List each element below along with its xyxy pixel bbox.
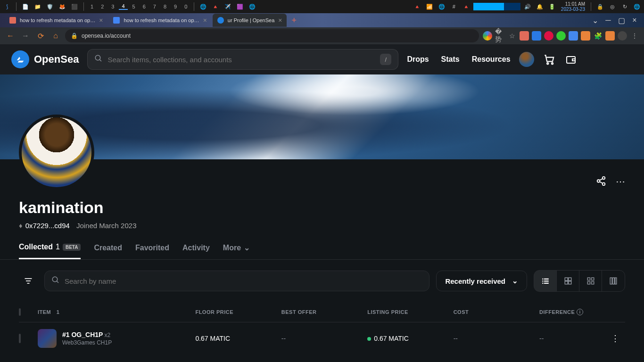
ext-icon[interactable]	[581, 31, 590, 41]
tab-collected[interactable]: Collected 1 BETA	[19, 243, 81, 259]
row-checkbox[interactable]	[19, 334, 21, 343]
profile-icon[interactable]	[618, 31, 627, 41]
view-grid-small-icon[interactable]	[579, 271, 602, 291]
close-icon[interactable]: ×	[278, 16, 282, 24]
battery-icon[interactable]: 🔋	[547, 1, 557, 12]
workspace-3[interactable]: 3	[108, 4, 117, 9]
workspace-9[interactable]: 9	[171, 4, 180, 9]
new-tab-button[interactable]: +	[291, 16, 297, 25]
app-icon[interactable]: 📄	[20, 1, 31, 12]
chrome-icon[interactable]: 🌐	[198, 1, 208, 12]
workspace-6[interactable]: 6	[140, 4, 149, 9]
tab-created[interactable]: Created	[94, 243, 122, 259]
name-search[interactable]	[44, 271, 429, 291]
ext-icon[interactable]	[569, 31, 578, 41]
filter-button[interactable]	[19, 271, 38, 291]
row-menu-button[interactable]: ⋮	[611, 334, 619, 343]
sort-dropdown[interactable]: Recently received ⌄	[436, 271, 527, 291]
view-grid-large-icon[interactable]	[557, 271, 579, 291]
telegram-icon[interactable]: ✈️	[223, 1, 233, 12]
cart-icon[interactable]	[543, 53, 556, 66]
tab-activity[interactable]: Activity	[182, 243, 210, 259]
item-thumbnail[interactable]	[38, 329, 57, 348]
name-search-input[interactable]	[65, 277, 422, 285]
os-menu-icon[interactable]: ⟆	[2, 1, 12, 12]
vlc-icon[interactable]: 🔺	[412, 1, 422, 12]
slack-icon[interactable]: #	[449, 1, 459, 12]
chrome-icon[interactable]: 🌐	[632, 1, 642, 12]
tabs-dropdown-icon[interactable]: ⌄	[590, 16, 600, 25]
workspace-4[interactable]: 4	[119, 3, 127, 10]
tab-more[interactable]: More ⌄	[223, 243, 250, 259]
chrome-icon[interactable]: 🌐	[247, 1, 257, 12]
reload-button[interactable]: ⟳	[35, 30, 46, 41]
nav-stats[interactable]: Stats	[441, 55, 460, 64]
app-icon[interactable]: 🟪	[235, 1, 245, 12]
select-all-checkbox[interactable]	[19, 308, 21, 316]
share-button[interactable]	[596, 176, 606, 189]
ext-icon[interactable]	[544, 31, 553, 41]
table-row[interactable]: #1 OG_CH1Px2 Web3Games CH1P 0.67 MATIC -…	[19, 322, 625, 354]
view-columns-icon[interactable]	[602, 271, 625, 291]
browser-tab-active[interactable]: ur Profile | OpenSea ×	[213, 14, 287, 27]
wifi-icon[interactable]: 📶	[424, 1, 435, 12]
profile-avatar[interactable]	[19, 115, 94, 190]
bookmark-icon[interactable]: ☆	[507, 31, 517, 41]
search-input[interactable]	[107, 56, 375, 64]
workspace-1[interactable]: 1	[88, 4, 96, 9]
maximize-button[interactable]: ▢	[617, 16, 626, 25]
user-avatar[interactable]	[519, 52, 534, 67]
vlc-icon[interactable]: 🔺	[461, 1, 471, 12]
back-button[interactable]: ←	[5, 30, 16, 41]
menu-icon[interactable]: ⋮	[630, 31, 639, 41]
nav-resources[interactable]: Resources	[472, 55, 511, 64]
global-search[interactable]: /	[87, 49, 398, 70]
items-table: ITEM 1 FLOOR PRICE BEST OFFER LISTING PR…	[0, 302, 644, 354]
volume-icon[interactable]: 🔊	[522, 1, 533, 12]
workspace-5[interactable]: 5	[130, 4, 138, 9]
ext-icon[interactable]	[556, 31, 566, 41]
ext-icon[interactable]	[605, 31, 615, 41]
wallet-icon[interactable]	[564, 53, 578, 66]
app-icon[interactable]: 🦊	[57, 1, 67, 12]
more-button[interactable]: ⋯	[616, 176, 625, 189]
svg-rect-4	[567, 57, 575, 63]
nav-drops[interactable]: Drops	[407, 55, 429, 64]
forward-button[interactable]: →	[20, 30, 31, 41]
logo[interactable]: OpenSea	[11, 50, 79, 68]
lock-icon: 🔒	[71, 33, 78, 39]
close-button[interactable]: ×	[630, 16, 639, 25]
share-icon[interactable]: �势	[495, 31, 504, 41]
browser-tab[interactable]: how to refresh metadata on op… ×	[108, 14, 211, 27]
ethereum-icon: ♦	[19, 222, 23, 230]
ext-icon[interactable]	[520, 31, 529, 41]
status-dot-icon	[367, 337, 371, 341]
best-offer: --	[281, 335, 367, 342]
minimize-button[interactable]: ─	[603, 16, 613, 25]
info-icon[interactable]: i	[577, 309, 583, 315]
workspace-8[interactable]: 8	[161, 4, 169, 9]
tab-favorited[interactable]: Favorited	[135, 243, 169, 259]
view-list-icon[interactable]	[534, 271, 557, 291]
browser-tab[interactable]: how to refresh metadata on op… ×	[5, 14, 107, 27]
vlc-icon[interactable]: 🔺	[210, 1, 221, 12]
url-input[interactable]: 🔒 opensea.io/account	[65, 29, 479, 42]
workspace-0[interactable]: 0	[182, 4, 190, 9]
workspace-2[interactable]: 2	[98, 4, 107, 9]
close-icon[interactable]: ×	[203, 16, 207, 24]
app-icon[interactable]: ⬛	[69, 1, 80, 12]
google-icon[interactable]	[483, 31, 492, 41]
close-icon[interactable]: ×	[99, 16, 103, 24]
notifications-icon[interactable]: 🔔	[535, 1, 545, 12]
app-icon[interactable]: 📁	[33, 1, 43, 12]
chrome-icon[interactable]: 🌐	[437, 1, 447, 12]
lock-icon[interactable]: 🔒	[595, 1, 605, 12]
app-icon[interactable]: 🛡️	[45, 1, 55, 12]
extensions-icon[interactable]: 🧩	[593, 31, 603, 41]
home-button[interactable]: ⌂	[50, 30, 61, 41]
target-icon[interactable]: ◎	[607, 1, 618, 12]
wallet-address[interactable]: ♦ 0x7229...cd94	[19, 222, 70, 230]
workspace-7[interactable]: 7	[150, 4, 159, 9]
ext-icon[interactable]	[532, 31, 541, 41]
power-icon[interactable]: ↻	[619, 1, 630, 12]
